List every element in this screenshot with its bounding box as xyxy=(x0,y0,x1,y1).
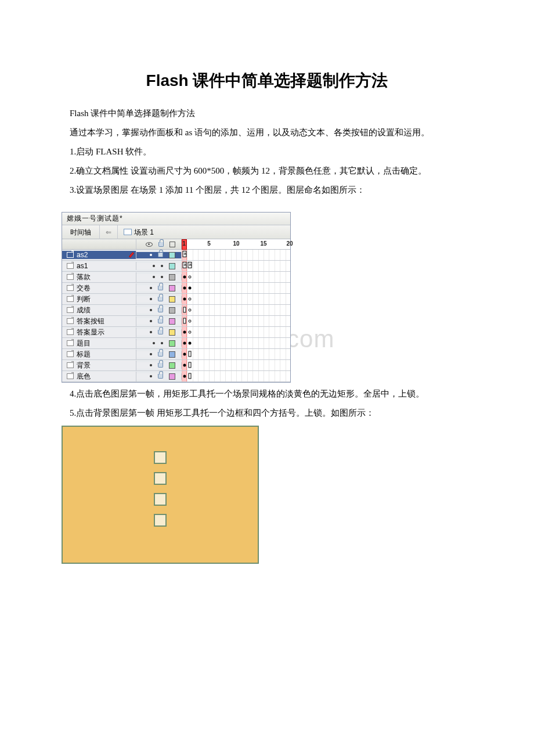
layer-row[interactable]: 判断 xyxy=(62,294,290,305)
layer-name-cell[interactable]: 落款 xyxy=(62,272,136,282)
visibility-column-icon[interactable] xyxy=(146,242,153,247)
layer-name-cell[interactable]: 答案按钮 xyxy=(62,316,136,326)
layer-name-cell[interactable]: 成绩 xyxy=(62,305,136,315)
lock-dot-icon[interactable] xyxy=(161,276,163,278)
layer-color-swatch[interactable] xyxy=(169,252,175,258)
layer-row[interactable]: 答案按钮 xyxy=(62,316,290,327)
visibility-dot-icon[interactable] xyxy=(150,254,152,256)
keyframe-icon[interactable] xyxy=(189,351,192,357)
layer-color-swatch[interactable] xyxy=(169,362,175,369)
visibility-dot-icon[interactable] xyxy=(150,353,152,355)
visibility-dot-icon[interactable] xyxy=(153,276,155,278)
lock-column-icon[interactable] xyxy=(158,242,164,247)
layer-color-swatch[interactable] xyxy=(169,318,175,325)
keyframe-icon[interactable] xyxy=(183,375,186,378)
keyframe-icon[interactable] xyxy=(183,276,186,279)
keyframe-icon[interactable] xyxy=(189,373,192,379)
outline-column-icon[interactable] xyxy=(169,242,175,247)
layer-name-cell[interactable]: 答案显示 xyxy=(62,327,136,337)
visibility-dot-icon[interactable] xyxy=(153,342,155,344)
layer-row[interactable]: 背景 xyxy=(62,360,290,371)
layer-frames-cell[interactable] xyxy=(182,327,290,337)
layer-color-swatch[interactable] xyxy=(169,340,175,347)
visibility-dot-icon[interactable] xyxy=(150,309,152,311)
lock-icon[interactable] xyxy=(158,374,163,379)
lock-icon[interactable] xyxy=(158,319,163,323)
layer-name-cell[interactable]: 题目 xyxy=(62,339,136,348)
keyframe-icon[interactable] xyxy=(183,251,187,257)
layer-frames-cell[interactable] xyxy=(182,272,290,282)
keyframe-icon[interactable] xyxy=(189,298,192,301)
lock-icon[interactable] xyxy=(158,286,163,290)
layer-name-cell[interactable]: 背景 xyxy=(62,361,136,370)
layer-row[interactable]: 成绩 xyxy=(62,305,290,316)
layer-frames-cell[interactable] xyxy=(182,305,290,315)
lock-icon[interactable] xyxy=(158,363,163,368)
layer-frames-cell[interactable] xyxy=(182,316,290,326)
layer-name-cell[interactable]: 交卷 xyxy=(62,283,136,293)
layer-color-swatch[interactable] xyxy=(169,274,175,280)
scene-selector[interactable]: 场景 1 xyxy=(118,225,160,239)
layer-row[interactable]: 底色 xyxy=(62,371,290,382)
keyframe-icon[interactable] xyxy=(183,318,186,324)
lock-dot-icon[interactable] xyxy=(161,265,163,267)
keyframe-icon[interactable] xyxy=(189,287,192,290)
layer-row[interactable]: as2 xyxy=(62,250,290,261)
layer-name-cell[interactable]: 底色 xyxy=(62,372,136,381)
layer-frames-cell[interactable] xyxy=(182,250,290,260)
lock-icon[interactable] xyxy=(158,308,163,312)
lock-dot-icon[interactable] xyxy=(161,342,163,344)
layer-frames-cell[interactable] xyxy=(182,360,290,370)
keyframe-icon[interactable] xyxy=(189,331,192,334)
layer-color-swatch[interactable] xyxy=(169,263,175,269)
visibility-dot-icon[interactable] xyxy=(150,320,152,322)
layer-color-swatch[interactable] xyxy=(169,307,175,314)
layer-color-swatch[interactable] xyxy=(169,329,175,336)
layer-name-cell[interactable]: 判断 xyxy=(62,294,136,304)
keyframe-icon[interactable] xyxy=(189,276,192,279)
layer-frames-cell[interactable] xyxy=(182,349,290,359)
layer-row[interactable]: 交卷 xyxy=(62,283,290,294)
timeline-tab[interactable]: 时间轴 xyxy=(62,225,100,239)
layer-color-swatch[interactable] xyxy=(169,285,175,291)
keyframe-icon[interactable] xyxy=(183,287,186,290)
layer-name-cell[interactable]: as1 xyxy=(62,262,136,270)
lock-icon[interactable] xyxy=(158,352,163,357)
layer-frames-cell[interactable] xyxy=(182,294,290,304)
layer-frames-cell[interactable] xyxy=(182,371,290,381)
keyframe-icon[interactable] xyxy=(189,342,192,345)
layer-row[interactable]: as1 xyxy=(62,261,290,272)
visibility-dot-icon[interactable] xyxy=(150,375,152,377)
keyframe-icon[interactable] xyxy=(189,309,192,312)
keyframe-icon[interactable] xyxy=(188,262,192,268)
layer-row[interactable]: 答案显示 xyxy=(62,327,290,338)
layer-frames-cell[interactable] xyxy=(182,261,290,271)
layer-row[interactable]: 落款 xyxy=(62,272,290,283)
keyframe-icon[interactable] xyxy=(183,298,186,301)
keyframe-icon[interactable] xyxy=(183,331,186,334)
layer-color-swatch[interactable] xyxy=(169,296,175,303)
layer-name-cell[interactable]: as2 xyxy=(62,251,136,259)
visibility-dot-icon[interactable] xyxy=(150,364,152,366)
keyframe-icon[interactable] xyxy=(183,364,186,367)
visibility-dot-icon[interactable] xyxy=(150,298,152,300)
layer-name-cell[interactable]: 标题 xyxy=(62,350,136,359)
visibility-dot-icon[interactable] xyxy=(153,265,155,267)
visibility-dot-icon[interactable] xyxy=(150,287,152,289)
keyframe-icon[interactable] xyxy=(183,353,186,356)
lock-icon[interactable] xyxy=(158,297,163,301)
keyframe-icon[interactable] xyxy=(189,362,192,368)
layer-row[interactable]: 标题 xyxy=(62,349,290,360)
keyframe-icon[interactable] xyxy=(183,342,186,345)
keyframe-icon[interactable] xyxy=(183,307,186,313)
layer-frames-cell[interactable] xyxy=(182,283,290,293)
frame-ruler[interactable]: 1 5 10 15 20 xyxy=(182,239,290,249)
visibility-dot-icon[interactable] xyxy=(150,331,152,333)
keyframe-icon[interactable] xyxy=(189,320,192,323)
lock-icon[interactable] xyxy=(158,330,163,334)
layer-row[interactable]: 题目 xyxy=(62,338,290,349)
layer-color-swatch[interactable] xyxy=(169,373,175,380)
layer-frames-cell[interactable] xyxy=(182,338,290,348)
lock-icon[interactable] xyxy=(158,253,163,257)
back-arrow-icon[interactable]: ⇐ xyxy=(100,225,118,239)
